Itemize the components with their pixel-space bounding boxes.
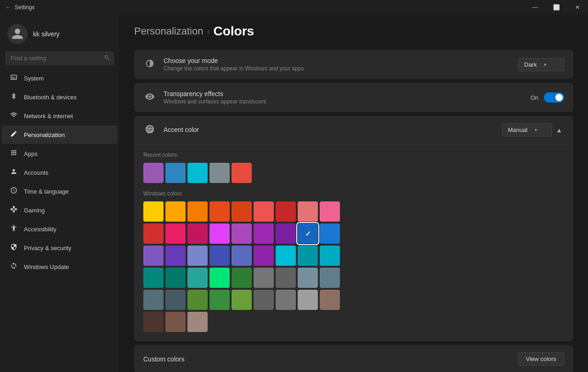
windows-color-swatch[interactable]	[143, 246, 164, 266]
windows-color-swatch[interactable]	[187, 246, 208, 266]
recent-color-swatch[interactable]	[165, 163, 186, 183]
windows-color-swatch[interactable]	[254, 246, 274, 266]
windows-color-swatch[interactable]	[276, 290, 296, 310]
recent-color-swatch[interactable]	[143, 163, 164, 183]
recent-color-swatch[interactable]	[232, 163, 252, 183]
accent-collapse-button[interactable]: ▲	[554, 125, 564, 136]
transparency-text: Transparency effects Windows and surface…	[164, 90, 531, 105]
windows-color-swatch[interactable]	[165, 268, 186, 288]
windows-color-swatch[interactable]	[254, 290, 274, 310]
windows-color-swatch[interactable]	[143, 290, 164, 310]
windows-color-swatch[interactable]	[165, 201, 186, 222]
windows-color-swatch[interactable]	[165, 312, 186, 332]
recent-color-swatch[interactable]	[209, 163, 230, 183]
windows-color-swatch[interactable]	[298, 290, 318, 310]
windows-color-swatch[interactable]	[320, 246, 340, 266]
sidebar-item-bluetooth[interactable]: Bluetooth & devices	[2, 88, 118, 106]
chevron-down-icon-accent: ▾	[535, 127, 537, 132]
windows-color-swatch[interactable]	[143, 223, 164, 244]
windows-color-swatch[interactable]	[320, 201, 340, 222]
view-colors-button[interactable]: View colors	[518, 352, 564, 366]
title-bar: ← Settings — ⬜ ✕	[0, 0, 588, 15]
windows-color-swatch[interactable]	[232, 290, 252, 310]
sidebar-item-gaming[interactable]: Gaming	[2, 201, 118, 219]
maximize-button[interactable]: ⬜	[546, 0, 567, 15]
windows-color-swatch[interactable]	[187, 201, 208, 222]
windows-color-swatch[interactable]	[143, 268, 164, 288]
windows-color-swatch[interactable]	[254, 223, 274, 244]
windows-color-swatch[interactable]	[320, 268, 340, 288]
windows-color-swatch[interactable]	[209, 223, 230, 244]
transparency-row: Transparency effects Windows and surface…	[134, 83, 573, 112]
minimize-button[interactable]: —	[525, 0, 546, 15]
windows-color-swatch[interactable]	[209, 201, 230, 222]
windows-color-swatch[interactable]	[298, 223, 318, 244]
accent-icon	[143, 124, 156, 136]
sidebar-item-network[interactable]: Network & internet	[2, 107, 118, 125]
sidebar: kk silvery System Bluetooth & devices Ne…	[0, 15, 119, 372]
recent-color-swatch[interactable]	[187, 163, 208, 183]
bluetooth-icon	[9, 92, 18, 102]
windows-color-swatch[interactable]	[209, 290, 230, 310]
windows-color-swatch[interactable]	[276, 268, 296, 288]
sidebar-item-time[interactable]: Time & language	[2, 182, 118, 200]
windows-color-swatch[interactable]	[298, 201, 318, 222]
sidebar-item-system[interactable]: System	[2, 69, 118, 87]
close-button[interactable]: ✕	[567, 0, 588, 15]
breadcrumb-current: Colors	[213, 24, 254, 39]
windows-color-swatch[interactable]	[320, 223, 340, 244]
windows-color-swatch[interactable]	[254, 268, 274, 288]
windows-color-swatch[interactable]	[232, 201, 252, 222]
sidebar-item-accounts[interactable]: Accounts	[2, 163, 118, 182]
breadcrumb-parent[interactable]: Personalization	[134, 25, 203, 37]
windows-color-swatch[interactable]	[320, 290, 340, 310]
windows-color-swatch[interactable]	[232, 246, 252, 266]
mode-dropdown[interactable]: Dark ▾	[518, 58, 564, 71]
sidebar-item-personalization[interactable]: Personalization	[2, 126, 118, 144]
sidebar-item-label-update: Windows Update	[24, 263, 69, 270]
windows-colors-label: Windows colors	[143, 190, 564, 197]
windows-color-swatch[interactable]	[298, 246, 318, 266]
windows-colors-grid	[143, 201, 564, 332]
windows-color-swatch[interactable]	[187, 290, 208, 310]
transparency-subtitle: Windows and surfaces appear translucent	[164, 98, 531, 105]
windows-color-swatch[interactable]	[143, 201, 164, 222]
windows-color-swatch[interactable]	[298, 268, 318, 288]
sidebar-item-apps[interactable]: Apps	[2, 144, 118, 163]
back-icon[interactable]: ←	[6, 4, 11, 11]
windows-color-swatch[interactable]	[276, 201, 296, 222]
transparency-title: Transparency effects	[164, 90, 531, 97]
sidebar-item-privacy[interactable]: Privacy & security	[2, 239, 118, 257]
sidebar-item-accessibility[interactable]: Accessibility	[2, 220, 118, 238]
time-icon	[9, 187, 18, 196]
sidebar-item-update[interactable]: Windows Update	[2, 258, 118, 276]
sidebar-item-label-personalization: Personalization	[24, 132, 65, 138]
color-swatch-row	[143, 312, 564, 332]
windows-color-swatch[interactable]	[165, 223, 186, 244]
windows-color-swatch[interactable]	[209, 268, 230, 288]
gaming-icon	[9, 206, 18, 215]
transparency-toggle[interactable]	[544, 92, 564, 103]
windows-color-swatch[interactable]	[187, 223, 208, 244]
windows-color-swatch[interactable]	[187, 268, 208, 288]
windows-color-swatch[interactable]	[187, 312, 208, 332]
windows-color-swatch[interactable]	[165, 246, 186, 266]
accent-color-body: Recent colors Windows colors	[134, 144, 573, 341]
windows-color-swatch[interactable]	[232, 223, 252, 244]
accent-dropdown[interactable]: Manual ▾	[502, 123, 553, 137]
accent-title: Accent color	[164, 126, 502, 133]
accent-color-card: Accent color Manual ▾ ▲ Recent colors Wi…	[134, 116, 573, 341]
windows-color-swatch[interactable]	[276, 246, 296, 266]
windows-color-swatch[interactable]	[276, 223, 296, 244]
windows-color-swatch[interactable]	[232, 268, 252, 288]
windows-color-swatch[interactable]	[254, 201, 274, 222]
search-container	[6, 52, 114, 65]
windows-color-swatch[interactable]	[209, 246, 230, 266]
windows-color-swatch[interactable]	[165, 290, 186, 310]
choose-mode-subtitle: Change the colors that appear in Windows…	[164, 65, 518, 72]
search-input[interactable]	[6, 52, 114, 65]
user-profile[interactable]: kk silvery	[0, 18, 119, 52]
windows-color-swatch[interactable]	[143, 312, 164, 332]
choose-mode-title: Choose your mode	[164, 57, 518, 64]
color-swatch-row	[143, 201, 564, 222]
